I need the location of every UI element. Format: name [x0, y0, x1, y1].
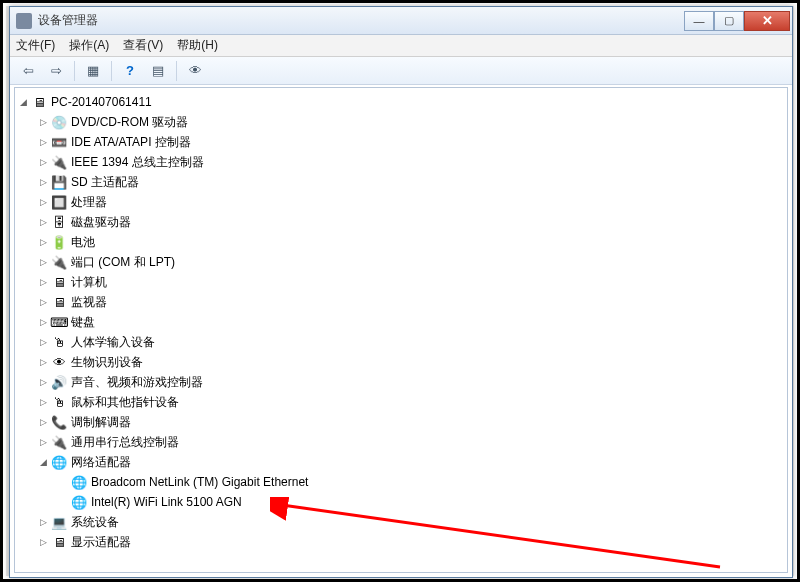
- menu-action[interactable]: 操作(A): [69, 37, 109, 54]
- expand-icon[interactable]: ▷: [37, 176, 49, 188]
- tree-item-cat-9[interactable]: ▷🖥监视器: [37, 292, 785, 312]
- device-icon: 👁: [51, 354, 67, 370]
- tree-item-label: 网络适配器: [71, 454, 131, 471]
- expand-icon[interactable]: ▷: [37, 196, 49, 208]
- computer-icon: 🖥: [31, 94, 47, 110]
- device-icon: 🖱: [51, 394, 67, 410]
- tree-item-cat-10[interactable]: ▷⌨键盘: [37, 312, 785, 332]
- tree-item-label: 调制解调器: [71, 414, 131, 431]
- device-manager-window: 设备管理器 — ▢ ✕ 文件(F) 操作(A) 查看(V) 帮助(H) ⇦ ⇨ …: [9, 6, 793, 578]
- expand-icon[interactable]: ▷: [37, 256, 49, 268]
- device-icon: 🔌: [51, 434, 67, 450]
- expand-icon[interactable]: ▷: [37, 376, 49, 388]
- tree-item-cat-5[interactable]: ▷🗄磁盘驱动器: [37, 212, 785, 232]
- tree-item-label: 人体学输入设备: [71, 334, 155, 351]
- expand-icon[interactable]: ▷: [37, 276, 49, 288]
- expand-icon[interactable]: ▷: [37, 516, 49, 528]
- device-icon: 🖥: [51, 274, 67, 290]
- collapse-icon[interactable]: ◢: [37, 456, 49, 468]
- toolbar-divider: [74, 61, 75, 81]
- help-button[interactable]: ?: [118, 60, 142, 82]
- tree-item-label: 显示适配器: [71, 534, 131, 551]
- toolbar-divider: [111, 61, 112, 81]
- expand-icon[interactable]: ▷: [37, 296, 49, 308]
- tree-item-cat-7[interactable]: ▷🔌端口 (COM 和 LPT): [37, 252, 785, 272]
- tree-item-cat-16[interactable]: ▷🔌通用串行总线控制器: [37, 432, 785, 452]
- forward-button[interactable]: ⇨: [44, 60, 68, 82]
- tree-item-cat-6[interactable]: ▷🔋电池: [37, 232, 785, 252]
- expand-icon[interactable]: ▷: [37, 156, 49, 168]
- tree-item-label: 鼠标和其他指针设备: [71, 394, 179, 411]
- tree-item-cat-1[interactable]: ▷📼IDE ATA/ATAPI 控制器: [37, 132, 785, 152]
- tree-item-label: 电池: [71, 234, 95, 251]
- tree-root[interactable]: ◢ 🖥 PC-201407061411: [17, 92, 785, 112]
- tree-item-label: IEEE 1394 总线主控制器: [71, 154, 204, 171]
- expand-icon[interactable]: ▷: [37, 136, 49, 148]
- tree-item-label: 端口 (COM 和 LPT): [71, 254, 175, 271]
- expand-icon[interactable]: ▷: [37, 236, 49, 248]
- device-icon: 🗄: [51, 214, 67, 230]
- device-icon: 🖥: [51, 534, 67, 550]
- expand-icon[interactable]: ▷: [37, 436, 49, 448]
- tree-item-net-child-0[interactable]: 🌐Broadcom NetLink (TM) Gigabit Ethernet: [57, 472, 785, 492]
- expand-icon[interactable]: ▷: [37, 536, 49, 548]
- device-icon: 💿: [51, 114, 67, 130]
- tree-item-label: 处理器: [71, 194, 107, 211]
- menu-help[interactable]: 帮助(H): [177, 37, 218, 54]
- menu-file[interactable]: 文件(F): [16, 37, 55, 54]
- tree-item-cat-0[interactable]: ▷💿DVD/CD-ROM 驱动器: [37, 112, 785, 132]
- root-label: PC-201407061411: [51, 95, 152, 109]
- tree-item-label: IDE ATA/ATAPI 控制器: [71, 134, 191, 151]
- tree-item-label: 监视器: [71, 294, 107, 311]
- tree-item-label: 磁盘驱动器: [71, 214, 131, 231]
- back-button[interactable]: ⇦: [16, 60, 40, 82]
- tree-item-cat-13[interactable]: ▷🔊声音、视频和游戏控制器: [37, 372, 785, 392]
- collapse-icon[interactable]: ◢: [17, 96, 29, 108]
- device-icon: 🌐: [71, 494, 87, 510]
- tree-item-cat-12[interactable]: ▷👁生物识别设备: [37, 352, 785, 372]
- close-button[interactable]: ✕: [744, 11, 790, 31]
- tree-view[interactable]: ◢ 🖥 PC-201407061411 ▷💿DVD/CD-ROM 驱动器▷📼ID…: [14, 87, 788, 573]
- tree-item-net-child-1[interactable]: 🌐Intel(R) WiFi Link 5100 AGN: [57, 492, 785, 512]
- expand-icon[interactable]: ▷: [37, 396, 49, 408]
- device-icon: 🔊: [51, 374, 67, 390]
- expand-icon[interactable]: ▷: [37, 416, 49, 428]
- tree-item-label: 计算机: [71, 274, 107, 291]
- tree-item-cat-3[interactable]: ▷💾SD 主适配器: [37, 172, 785, 192]
- show-hidden-button[interactable]: ▦: [81, 60, 105, 82]
- titlebar[interactable]: 设备管理器 — ▢ ✕: [10, 7, 792, 35]
- maximize-button[interactable]: ▢: [714, 11, 744, 31]
- expand-icon[interactable]: ▷: [37, 336, 49, 348]
- expand-icon[interactable]: ▷: [37, 316, 49, 328]
- device-icon: 💻: [51, 514, 67, 530]
- device-icon: 🔲: [51, 194, 67, 210]
- device-icon: 📞: [51, 414, 67, 430]
- device-icon: 🔋: [51, 234, 67, 250]
- tree-item-after-0[interactable]: ▷💻系统设备: [37, 512, 785, 532]
- tree-item-label: DVD/CD-ROM 驱动器: [71, 114, 188, 131]
- tree-item-cat-15[interactable]: ▷📞调制解调器: [37, 412, 785, 432]
- device-icon: 🌐: [51, 454, 67, 470]
- tree-item-cat-14[interactable]: ▷🖱鼠标和其他指针设备: [37, 392, 785, 412]
- tree-item-cat-4[interactable]: ▷🔲处理器: [37, 192, 785, 212]
- menubar: 文件(F) 操作(A) 查看(V) 帮助(H): [10, 35, 792, 57]
- expand-icon[interactable]: ▷: [37, 356, 49, 368]
- tree-item-cat-11[interactable]: ▷🖱人体学输入设备: [37, 332, 785, 352]
- tree-item-after-1[interactable]: ▷🖥显示适配器: [37, 532, 785, 552]
- tree-item-label: Intel(R) WiFi Link 5100 AGN: [91, 495, 242, 509]
- tree-item-network-adapters[interactable]: ◢🌐网络适配器: [37, 452, 785, 472]
- tree-item-cat-2[interactable]: ▷🔌IEEE 1394 总线主控制器: [37, 152, 785, 172]
- tree-item-label: 通用串行总线控制器: [71, 434, 179, 451]
- toolbar-divider: [176, 61, 177, 81]
- scan-button[interactable]: 👁: [183, 60, 207, 82]
- device-icon: 🖥: [51, 294, 67, 310]
- menu-view[interactable]: 查看(V): [123, 37, 163, 54]
- expand-icon[interactable]: ▷: [37, 116, 49, 128]
- expand-icon[interactable]: ▷: [37, 216, 49, 228]
- properties-button[interactable]: ▤: [146, 60, 170, 82]
- window-title: 设备管理器: [38, 12, 684, 29]
- minimize-button[interactable]: —: [684, 11, 714, 31]
- tree-item-cat-8[interactable]: ▷🖥计算机: [37, 272, 785, 292]
- tree-item-label: 键盘: [71, 314, 95, 331]
- device-icon: 🌐: [71, 474, 87, 490]
